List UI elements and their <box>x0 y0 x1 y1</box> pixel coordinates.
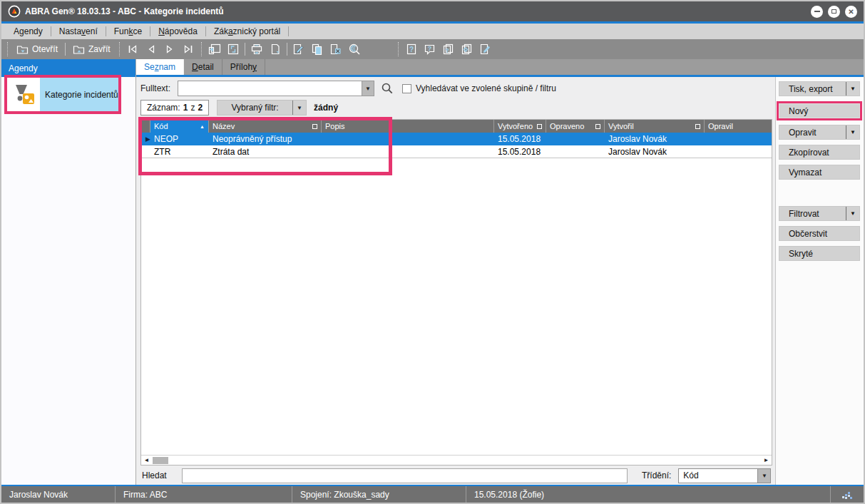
copy-button[interactable]: Zkopírovat <box>779 145 860 160</box>
column-header-popis[interactable]: Popis <box>322 120 494 133</box>
filter-button[interactable]: Filtrovat ▼ <box>779 206 860 221</box>
close-button[interactable]: ✕ <box>845 6 857 18</box>
action-panel: Tisk, export ▼ Nový Opravit ▼ Zkopírovat <box>775 77 864 485</box>
fulltext-dropdown-button[interactable]: ▼ <box>362 81 374 96</box>
print-export-button[interactable]: Tisk, export ▼ <box>779 81 860 96</box>
app-window: ABRA Gen® 18.03.13 - ABC - Kategorie inc… <box>0 0 865 504</box>
hledat-input[interactable] <box>182 468 628 483</box>
minimize-button[interactable] <box>811 6 823 18</box>
sort-asc-icon: ▲ <box>200 124 205 129</box>
filter-dropdown-button[interactable]: ▼ <box>292 101 306 115</box>
svg-text:?: ? <box>409 46 414 53</box>
column-header-opravil[interactable]: Opravil <box>705 120 772 133</box>
menu-nastaveni[interactable]: Nastavení <box>51 24 106 39</box>
edit-note-icon[interactable] <box>478 42 493 56</box>
minimize-icon <box>814 11 820 12</box>
maximize-icon <box>831 9 836 14</box>
tab-detail[interactable]: Detail <box>184 59 222 75</box>
status-date: 15.05.2018 (Žofie) <box>466 486 831 503</box>
selected-filter-value: žádný <box>314 103 338 113</box>
edit-dropdown-button[interactable]: ▼ <box>846 125 859 139</box>
search-in-group-checkbox[interactable] <box>402 84 411 93</box>
trideni-combobox[interactable]: Kód ▼ <box>678 468 771 483</box>
statusbar: Jaroslav Novák Firma: ABC Spojení: Zkouš… <box>1 485 864 503</box>
column-header-nazev[interactable]: Název <box>209 120 322 133</box>
column-options-icon[interactable] <box>537 124 542 129</box>
column-header-vytvoril[interactable]: Vytvořil <box>605 120 705 133</box>
tab-seznam[interactable]: Seznam <box>136 59 184 75</box>
chevron-down-icon: ▼ <box>850 86 856 92</box>
scroll-left-icon[interactable]: ◄ <box>141 457 152 463</box>
help-icon[interactable]: ? <box>404 42 419 56</box>
menu-napoveda[interactable]: Nápověda <box>150 24 205 39</box>
hidden-button[interactable]: Skryté <box>779 246 860 261</box>
selected-filter-button[interactable]: Vybraný filtr: ▼ <box>217 100 307 115</box>
copy-record-icon[interactable] <box>310 42 324 56</box>
table-row[interactable]: ZTR Ztráta dat 15.05.2018 Jaroslav Novák <box>141 145 772 158</box>
window-title: ABRA Gen® 18.03.13 - ABC - Kategorie inc… <box>25 6 224 16</box>
toolbar-separator <box>119 42 120 56</box>
new-document-icon[interactable] <box>268 42 282 56</box>
trideni-dropdown-button[interactable]: ▼ <box>757 469 770 483</box>
maximize-button[interactable] <box>828 6 840 18</box>
menu-agendy[interactable]: Agendy <box>6 24 51 39</box>
delete-button[interactable]: Vymazat <box>779 165 860 180</box>
related-topics-icon[interactable] <box>460 42 474 56</box>
column-header-kod[interactable]: Kód▲ <box>150 120 209 133</box>
reload-record-icon[interactable] <box>226 42 240 56</box>
menu-separator <box>288 26 289 36</box>
trideni-value: Kód <box>679 470 757 480</box>
chevron-down-icon: ▼ <box>762 473 767 479</box>
close-icon: ✕ <box>848 8 854 16</box>
nav-prev-button[interactable] <box>144 42 158 56</box>
sidebar-item-kategorie-incidentu[interactable]: Kategorie incidentů <box>4 75 121 114</box>
new-button[interactable]: Nový <box>779 103 860 118</box>
context-help-icon[interactable]: ? <box>423 42 437 56</box>
fulltext-label: Fulltext: <box>140 83 178 93</box>
status-user: Jaroslav Novák <box>1 486 116 503</box>
nav-next-button[interactable] <box>163 42 177 56</box>
toolbar-separator <box>398 42 399 56</box>
print-export-dropdown-button[interactable]: ▼ <box>846 82 859 96</box>
tab-prilohy[interactable]: Přílohy <box>222 59 265 75</box>
search-icon[interactable] <box>381 82 394 95</box>
current-row-marker-icon: ▶ <box>145 135 150 143</box>
edit-button[interactable]: Opravit ▼ <box>779 125 860 140</box>
column-header-opraveno[interactable]: Opraveno <box>546 120 605 133</box>
refresh-button[interactable]: Občerstvit <box>779 226 860 241</box>
highlight-new-button: Nový <box>777 101 862 120</box>
abra-logo-icon <box>8 5 21 18</box>
scrollbar-thumb[interactable] <box>153 457 168 464</box>
print-icon[interactable] <box>250 42 264 56</box>
help-topics-icon[interactable]: ? <box>441 42 456 56</box>
fulltext-input[interactable] <box>178 81 362 96</box>
status-connection: Spojení: Zkouška_sady <box>292 486 466 503</box>
table-row[interactable]: ▶ NEOP Neoprávněný přístup 15.05.2018 Ja… <box>141 133 772 145</box>
folder-open-icon <box>16 44 29 54</box>
toolbar-separator <box>287 43 287 56</box>
search-records-icon[interactable] <box>347 42 362 56</box>
sidebar-item-label: Kategorie incidentů <box>40 78 118 111</box>
menu-funkce[interactable]: Funkce <box>106 24 150 39</box>
nav-last-button[interactable] <box>181 42 195 56</box>
svg-text:?: ? <box>445 47 449 54</box>
open-in-window-icon[interactable] <box>208 42 222 56</box>
nav-first-button[interactable] <box>126 42 140 56</box>
edit-record-icon[interactable] <box>292 42 306 56</box>
titlebar: ABRA Gen® 18.03.13 - ABC - Kategorie inc… <box>1 1 864 21</box>
column-options-icon[interactable] <box>695 124 700 129</box>
toolbar-separator <box>201 42 202 56</box>
open-button[interactable]: Otevřít <box>11 43 63 56</box>
delete-record-icon[interactable] <box>329 42 343 56</box>
column-options-icon[interactable] <box>595 124 600 129</box>
column-options-icon[interactable] <box>312 124 317 129</box>
menu-zakaznicky-portal[interactable]: Zákaznický portál <box>206 24 288 39</box>
column-header-vytvoreno[interactable]: Vytvořeno <box>494 120 546 133</box>
status-firm: Firma: ABC <box>116 486 292 503</box>
horizontal-scrollbar[interactable]: ◄ ► <box>141 455 772 465</box>
filter-dropdown-button[interactable]: ▼ <box>846 207 859 220</box>
panel-gap <box>776 185 864 206</box>
scroll-right-icon[interactable]: ► <box>761 457 772 463</box>
close-agenda-button[interactable]: Zavřít <box>68 43 116 56</box>
selector-column-header <box>141 120 150 133</box>
